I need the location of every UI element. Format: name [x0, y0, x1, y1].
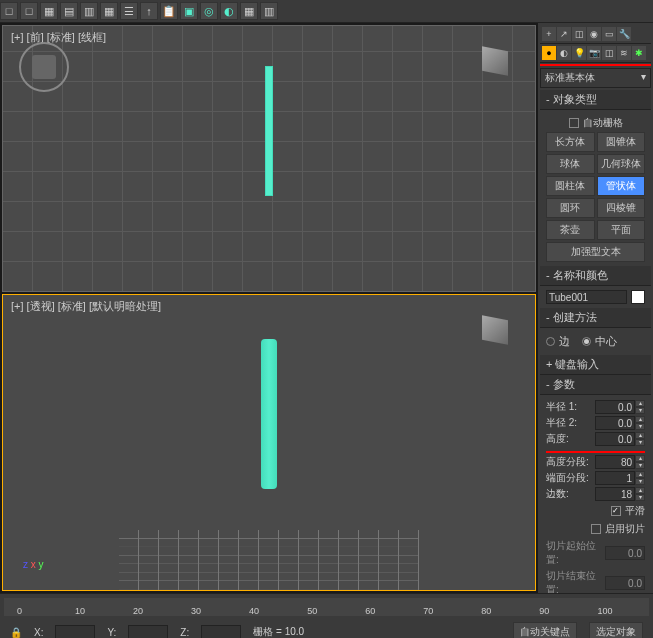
modify-icon[interactable]: ↗ — [557, 27, 571, 41]
spacewarps-icon[interactable]: ≋ — [617, 46, 631, 60]
toolbar-btn[interactable]: ◐ — [220, 2, 238, 20]
hierarchy-icon[interactable]: ◫ — [572, 27, 586, 41]
toolbar-btn[interactable]: ▣ — [180, 2, 198, 20]
red-underline-marker — [546, 451, 645, 453]
primitive-textplus-button[interactable]: 加强型文本 — [546, 242, 645, 262]
spinner-up[interactable]: ▴ — [635, 432, 645, 439]
utilities-icon[interactable]: 🔧 — [617, 27, 631, 41]
plus-icon[interactable]: + — [542, 27, 556, 41]
toolbar-btn[interactable]: 📋 — [160, 2, 178, 20]
sliceon-checkbox[interactable] — [591, 524, 601, 534]
spinner-down[interactable]: ▾ — [635, 494, 645, 501]
object-color-swatch[interactable] — [631, 290, 645, 304]
display-icon[interactable]: ▭ — [602, 27, 616, 41]
toolbar-btn[interactable]: ▦ — [240, 2, 258, 20]
cameras-icon[interactable]: 📷 — [587, 46, 601, 60]
select-obj-button[interactable]: 选定对象 — [589, 622, 643, 638]
nav-cube[interactable] — [475, 315, 515, 345]
spinner-down[interactable]: ▾ — [635, 407, 645, 414]
coord-y-input[interactable] — [128, 625, 168, 638]
spinner-up[interactable]: ▴ — [635, 416, 645, 423]
nav-cube[interactable] — [475, 46, 515, 76]
auto-key-button[interactable]: 自动关键点 — [513, 622, 577, 638]
rollout-creation-header[interactable]: - 创建方法 — [540, 308, 651, 328]
capseg-input[interactable] — [595, 471, 635, 485]
primitive-geosphere-button[interactable]: 几何球体 — [597, 154, 646, 174]
panel-main-tabs: + ↗ ◫ ◉ ▭ 🔧 — [540, 25, 651, 44]
motion-icon[interactable]: ◉ — [587, 27, 601, 41]
radio-edge[interactable] — [546, 337, 555, 346]
height-input[interactable] — [595, 432, 635, 446]
smooth-checkbox[interactable] — [611, 506, 621, 516]
toolbar-btn[interactable]: □ — [20, 2, 38, 20]
viewport-persp-label: [+] [透视] [标准] [默认明暗处理] — [11, 299, 161, 314]
time-ruler[interactable]: 0 10 20 30 40 50 60 70 80 90 100 — [4, 598, 649, 616]
lock-icon[interactable]: 🔒 — [10, 627, 22, 638]
object-name-input[interactable] — [546, 290, 627, 304]
ruler-tick: 50 — [307, 606, 317, 616]
rollout-name-color-body — [540, 286, 651, 308]
main-area: [+] [前] [标准] [线框] [+] [透视] [标准] [默认明暗处理]… — [0, 23, 653, 593]
radius1-input[interactable] — [595, 400, 635, 414]
radius2-input[interactable] — [595, 416, 635, 430]
primitive-plane-button[interactable]: 平面 — [597, 220, 646, 240]
radio-center[interactable] — [582, 337, 591, 346]
heightseg-input[interactable] — [595, 455, 635, 469]
primitive-tube-button[interactable]: 管状体 — [597, 176, 646, 196]
spinner-up[interactable]: ▴ — [635, 471, 645, 478]
command-panel: + ↗ ◫ ◉ ▭ 🔧 ● ◐ 💡 📷 ◫ ≋ ✱ 标准基本体 ▾ - 对象类型… — [538, 23, 653, 593]
primitive-torus-button[interactable]: 圆环 — [546, 198, 595, 218]
toolbar-btn[interactable]: ▦ — [100, 2, 118, 20]
status-bar: 🔒 X: Y: Z: 栅格 = 10.0 自动关键点 选定对象 — [4, 620, 649, 638]
geometry-icon[interactable]: ● — [542, 46, 556, 60]
sides-input[interactable] — [595, 487, 635, 501]
spinner-down[interactable]: ▾ — [635, 423, 645, 430]
shapes-icon[interactable]: ◐ — [557, 46, 571, 60]
autogrid-checkbox[interactable] — [569, 118, 579, 128]
ruler-tick: 30 — [191, 606, 201, 616]
toolbar-btn[interactable]: ▦ — [40, 2, 58, 20]
primitive-sphere-button[interactable]: 球体 — [546, 154, 595, 174]
coord-y-label: Y: — [107, 627, 116, 638]
height-label: 高度: — [546, 432, 569, 446]
toolbar-btn[interactable]: ▥ — [260, 2, 278, 20]
primitive-cone-button[interactable]: 圆锥体 — [597, 132, 646, 152]
spinner-down[interactable]: ▾ — [635, 478, 645, 485]
toolbar-btn[interactable]: □ — [0, 2, 18, 20]
spinner-down[interactable]: ▾ — [635, 439, 645, 446]
helpers-icon[interactable]: ◫ — [602, 46, 616, 60]
geometry-cylinder[interactable] — [265, 66, 273, 196]
coord-x-input[interactable] — [55, 625, 95, 638]
rollout-object-type-header[interactable]: - 对象类型 — [540, 90, 651, 110]
view-cube[interactable] — [19, 42, 69, 92]
axis-gizmo[interactable]: z x y — [23, 559, 44, 570]
grid-label: 栅格 = 10.0 — [253, 625, 304, 638]
spinner-up[interactable]: ▴ — [635, 400, 645, 407]
primitives-dropdown[interactable]: 标准基本体 ▾ — [540, 68, 651, 88]
rollout-params-header[interactable]: - 参数 — [540, 375, 651, 395]
coord-z-input[interactable] — [201, 625, 241, 638]
spinner-down[interactable]: ▾ — [635, 462, 645, 469]
primitive-box-button[interactable]: 长方体 — [546, 132, 595, 152]
rollout-keyboard-header[interactable]: + 键盘输入 — [540, 355, 651, 375]
spinner-up[interactable]: ▴ — [635, 455, 645, 462]
toolbar-btn[interactable]: ☰ — [120, 2, 138, 20]
lights-icon[interactable]: 💡 — [572, 46, 586, 60]
primitive-pyramid-button[interactable]: 四棱锥 — [597, 198, 646, 218]
coord-z-label: Z: — [180, 627, 189, 638]
rollout-name-color-header[interactable]: - 名称和颜色 — [540, 266, 651, 286]
autogrid-label: 自动栅格 — [583, 116, 623, 130]
systems-icon[interactable]: ✱ — [632, 46, 646, 60]
spinner-up[interactable]: ▴ — [635, 487, 645, 494]
viewport-perspective[interactable]: [+] [透视] [标准] [默认明暗处理] z x y — [2, 294, 536, 591]
geometry-cylinder-3d[interactable] — [261, 339, 277, 489]
toolbar-btn[interactable]: ↑ — [140, 2, 158, 20]
viewport-front[interactable]: [+] [前] [标准] [线框] — [2, 25, 536, 292]
primitive-teapot-button[interactable]: 茶壶 — [546, 220, 595, 240]
toolbar-btn[interactable]: ◎ — [200, 2, 218, 20]
primitive-cylinder-button[interactable]: 圆柱体 — [546, 176, 595, 196]
toolbar-btn[interactable]: ▥ — [80, 2, 98, 20]
heightseg-label: 高度分段: — [546, 455, 589, 469]
toolbar-btn[interactable]: ▤ — [60, 2, 78, 20]
sides-label: 边数: — [546, 487, 569, 501]
